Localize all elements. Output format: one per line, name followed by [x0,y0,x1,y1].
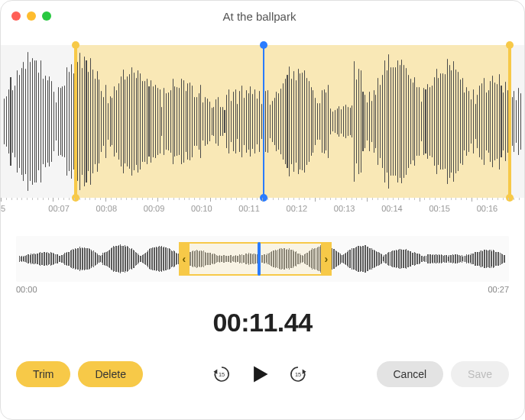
controls-bar: Trim Delete 15 15 Cancel Save [1,338,524,389]
ruler-label: 00:11 [238,204,286,213]
skip-forward-15-icon: 15 [288,364,308,384]
overview-handle-right[interactable]: › [321,242,332,276]
ruler-label: 00:16 [477,204,524,213]
ruler-label: 00:15 [429,204,476,213]
zoom-icon[interactable] [42,11,51,21]
traffic-lights [11,11,51,21]
ruler-label: 00:12 [287,204,334,213]
overview-handle-left[interactable]: ‹ [179,242,190,276]
overview-end-time: 00:27 [488,285,509,294]
selection-handle-left[interactable] [74,45,77,198]
skip-back-button[interactable]: 15 [209,362,234,386]
window-title: At the ballpark [51,10,468,23]
overview-playhead[interactable] [258,242,261,276]
waveform-overview[interactable]: ‹ › [16,236,509,282]
ruler-label: 5 [1,204,48,213]
svg-text:15: 15 [295,371,301,378]
time-ruler: 500:0700:0800:0900:1000:1100:1200:1300:1… [1,198,524,221]
overview-start-time: 00:00 [16,285,37,294]
window-titlebar: At the ballpark [1,1,524,31]
save-button: Save [451,361,509,387]
close-icon[interactable] [11,11,21,21]
waveform-main[interactable] [1,45,524,198]
selection-handle-right[interactable] [508,45,511,198]
overview-selection [179,242,332,276]
ruler-label: 00:13 [334,204,381,213]
skip-back-15-icon: 15 [212,364,232,384]
minimize-icon[interactable] [27,11,36,21]
play-icon [249,363,271,385]
svg-text:15: 15 [219,371,225,378]
trim-button[interactable]: Trim [16,361,70,387]
cancel-button[interactable]: Cancel [377,361,444,387]
playhead[interactable] [263,45,264,198]
play-button[interactable] [245,359,275,389]
ruler-label: 00:08 [96,204,144,213]
ruler-label: 00:09 [144,204,191,213]
current-time: 00:11.44 [1,308,524,338]
ruler-label: 00:14 [381,204,429,213]
ruler-label: 00:07 [48,204,96,213]
overview-times: 00:00 00:27 [16,285,509,294]
delete-button[interactable]: Delete [78,361,142,387]
skip-forward-button[interactable]: 15 [286,362,310,386]
ruler-label: 00:10 [191,204,238,213]
svg-marker-2 [254,367,267,383]
